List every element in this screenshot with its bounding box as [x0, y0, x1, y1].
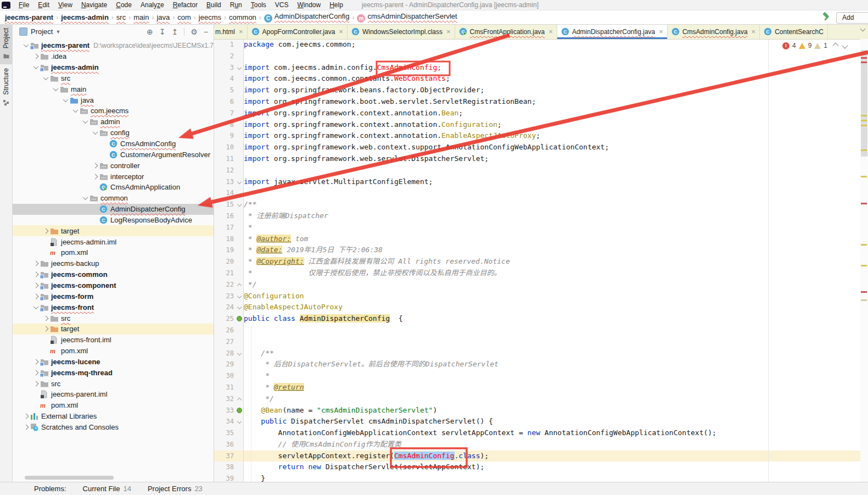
tab-m-html[interactable]: m.html×: [214, 24, 248, 39]
tree-row-src[interactable]: src: [13, 73, 214, 84]
close-icon[interactable]: ×: [339, 28, 343, 35]
close-icon[interactable]: ×: [548, 28, 553, 35]
tree-row-java[interactable]: java: [13, 94, 214, 105]
tree-row-jeecms-component[interactable]: jeecms-component: [13, 280, 214, 291]
chevron-down-icon[interactable]: ▼: [55, 29, 60, 35]
collapse-all-icon[interactable]: ↥: [172, 27, 178, 36]
tree-row-target[interactable]: target: [13, 225, 214, 236]
tab-cmsfrontapplication-java[interactable]: CCmsFrontApplication.java×: [455, 24, 557, 39]
tab-list-chevron-icon[interactable]: [861, 27, 866, 32]
menu-item-file[interactable]: File: [14, 1, 33, 9]
tree-row-jeecms-parent[interactable]: jeecms-parentD:\worksprace\idea\jeecms\J…: [13, 40, 214, 51]
tree-row-pom-xml[interactable]: mpom.xml: [13, 346, 214, 357]
locate-icon[interactable]: ⊕: [147, 27, 153, 36]
menu-item-tools[interactable]: Tools: [247, 1, 271, 9]
fold-marker-icon[interactable]: [237, 283, 242, 287]
tree-row-scratches-and-consoles[interactable]: Scratches and Consoles: [13, 422, 214, 433]
tree-row-src[interactable]: src: [13, 378, 214, 389]
tree-row-src[interactable]: src: [13, 313, 214, 324]
hide-icon[interactable]: −: [204, 27, 208, 36]
error-stripe-mark[interactable]: [861, 149, 867, 151]
tab-contentsearchc[interactable]: CContentSearchC: [760, 24, 828, 39]
chevron-expanded-icon[interactable]: [33, 304, 38, 309]
chevron-collapsed-icon[interactable]: [43, 326, 48, 332]
fold-marker-icon[interactable]: [237, 305, 242, 309]
fold-marker-icon[interactable]: [237, 397, 242, 402]
chevron-collapsed-icon[interactable]: [92, 174, 98, 179]
error-stripe-mark[interactable]: [861, 299, 867, 301]
chevron-collapsed-icon[interactable]: [23, 425, 29, 430]
warnings-count[interactable]: 9: [808, 42, 812, 49]
menu-item-code[interactable]: Code: [111, 1, 136, 9]
tab-admindispatcherconfig-java[interactable]: CAdminDispatcherConfig.java×: [557, 24, 668, 39]
tree-row-target[interactable]: target: [13, 324, 214, 335]
settings-icon[interactable]: ⚙: [191, 27, 198, 36]
tree-row-customerargumentresolver[interactable]: CCustomerArgumentResolver: [13, 149, 214, 160]
menu-item-refactor[interactable]: Refactor: [169, 1, 202, 9]
breadcrumb-item-main[interactable]: main: [133, 13, 149, 21]
tab-windowsselectorimpl-class[interactable]: CWindowsSelectorImpl.class×: [348, 24, 455, 39]
breadcrumb-item-jeecms-parent[interactable]: jeecms-parent: [5, 13, 53, 21]
chevron-expanded-icon[interactable]: [72, 108, 78, 113]
chevron-collapsed-icon[interactable]: [23, 414, 29, 419]
close-icon[interactable]: ×: [752, 28, 756, 35]
breadcrumb-item-common[interactable]: common: [229, 13, 256, 21]
menu-item-navigate[interactable]: Navigate: [77, 1, 111, 9]
fold-marker-icon[interactable]: [237, 351, 242, 355]
menu-item-vcs[interactable]: VCS: [271, 1, 293, 9]
tree-row-jeecms-front-iml[interactable]: jeecms-front.iml: [13, 335, 214, 346]
chevron-expanded-icon[interactable]: [63, 97, 68, 102]
build-hammer-icon[interactable]: [821, 12, 831, 24]
tree-row-idea[interactable]: .idea: [13, 51, 214, 62]
tree-row-pom-xml[interactable]: mpom.xml: [13, 247, 214, 258]
breadcrumb-item-cmsadmindispatcherservlet[interactable]: mcmsAdminDispatcherServlet: [357, 12, 457, 23]
code-editor[interactable]: package com.jeecms.common;import com.jee…: [244, 39, 860, 482]
spring-bean-icon[interactable]: [237, 316, 242, 321]
errors-count[interactable]: 4: [792, 42, 796, 49]
chevron-collapsed-icon[interactable]: [43, 228, 48, 233]
error-stripe-mark[interactable]: [861, 125, 867, 126]
project-view-title[interactable]: Project: [31, 27, 53, 36]
menu-item-edit[interactable]: Edit: [33, 1, 54, 9]
tree-row-controller[interactable]: controller: [13, 160, 214, 171]
tree-row-cmsadminconfig[interactable]: CCmsAdminConfig: [13, 138, 214, 149]
chevron-collapsed-icon[interactable]: [33, 293, 38, 299]
error-stripe-mark[interactable]: [861, 291, 867, 293]
expand-all-icon[interactable]: ↧: [159, 27, 166, 36]
menu-item-view[interactable]: View: [54, 1, 77, 9]
chevron-expanded-icon[interactable]: [92, 129, 98, 135]
menu-item-analyze[interactable]: Analyze: [136, 1, 169, 9]
chevron-collapsed-icon[interactable]: [33, 381, 38, 386]
chevron-collapsed-icon[interactable]: [92, 163, 98, 168]
tree-row-interceptor[interactable]: interceptor: [13, 171, 214, 182]
fold-marker-icon[interactable]: [237, 419, 242, 424]
breadcrumb-item-admindispatcherconfig[interactable]: CAdminDispatcherConfig: [264, 12, 350, 23]
tree-row-common[interactable]: common: [13, 193, 214, 204]
tree-row-jeecms-front[interactable]: jeecms-front: [13, 302, 214, 313]
chevron-collapsed-icon[interactable]: [33, 272, 38, 277]
tree-row-jeecms-form[interactable]: jeecms-form: [13, 291, 214, 302]
problems-tab-current-file[interactable]: Current File14: [83, 485, 131, 493]
close-icon[interactable]: ×: [239, 28, 243, 35]
tree-row-external-libraries[interactable]: External Libraries: [13, 411, 214, 422]
chevron-collapsed-icon[interactable]: [43, 315, 48, 321]
weak-warnings-count[interactable]: 1: [824, 42, 827, 49]
menu-item-window[interactable]: Window: [293, 1, 325, 9]
fold-marker-icon[interactable]: [237, 202, 242, 207]
menu-item-build[interactable]: Build: [202, 1, 226, 9]
tab-cmsadminconfig-java[interactable]: CCmsAdminConfig.java×: [668, 24, 760, 39]
tree-row-com-jeecms[interactable]: com.jeecms: [13, 105, 214, 116]
chevron-expanded-icon[interactable]: [43, 75, 48, 80]
close-icon[interactable]: ×: [446, 28, 451, 35]
tree-row-logresponsebodyadvice[interactable]: CLogResponseBodyAdvice: [13, 215, 214, 226]
chevron-collapsed-icon[interactable]: [33, 370, 38, 375]
chevron-expanded-icon[interactable]: [23, 42, 29, 48]
tree-row-jeecms-lucene[interactable]: jeecms-lucene: [13, 356, 214, 367]
breadcrumb-item-java[interactable]: java: [156, 13, 170, 21]
error-stripe-mark[interactable]: [861, 62, 867, 63]
tree-row-admindispatcherconfig[interactable]: CAdminDispatcherConfig: [13, 204, 214, 215]
tree-row-jeecms-parent-iml[interactable]: jeecms-parent.iml: [13, 389, 214, 400]
chevron-collapsed-icon[interactable]: [33, 359, 38, 364]
tree-row-jeecms-mq-thread[interactable]: jeecms-mq-thread: [13, 367, 214, 378]
editor-scrollbar-thumb[interactable]: [861, 50, 867, 157]
